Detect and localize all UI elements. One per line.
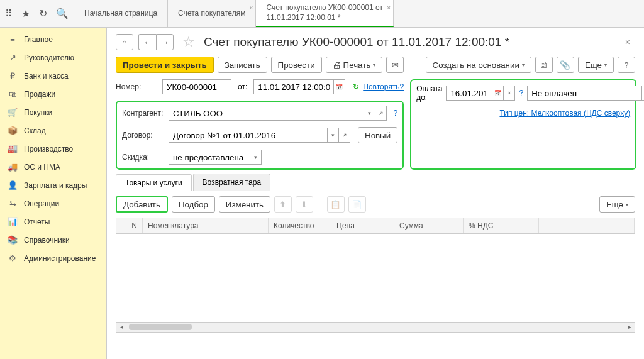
price-type-link[interactable]: Тип цен: Мелкооптовая (НДС сверху) <box>499 109 630 118</box>
contragent-input[interactable] <box>169 106 364 121</box>
tab-invoices[interactable]: Счета покупателям × <box>168 0 256 27</box>
favorite-icon[interactable]: ☆ <box>182 34 195 50</box>
dropdown-icon[interactable]: ▾ <box>328 128 339 143</box>
move-up-button[interactable]: ⬆ <box>274 196 292 213</box>
calendar-icon[interactable]: 📅 <box>334 79 345 94</box>
sidebar-item-refs[interactable]: 📚Справочники <box>0 231 106 249</box>
tab-goods[interactable]: Товары и услуги <box>116 174 192 191</box>
table-toolbar: Добавить Подбор Изменить ⬆ ⬇ 📋 📄 Еще▾ <box>116 191 635 218</box>
new-contract-button[interactable]: Новый <box>358 127 397 143</box>
sidebar-item-salary[interactable]: 👤Зарплата и кадры <box>0 176 106 194</box>
back-button[interactable]: ← <box>138 34 156 50</box>
col-n[interactable]: N <box>116 218 143 233</box>
help-small-icon[interactable]: ? <box>519 89 523 97</box>
edit-button[interactable]: Изменить <box>219 196 270 213</box>
col-price[interactable]: Цена <box>331 218 394 233</box>
highlighted-fields-box: Контрагент: ▾ ↗ ? Договор: ▾ <box>116 101 404 170</box>
tab-start-page[interactable]: Начальная страница <box>74 0 168 27</box>
pick-button[interactable]: Подбор <box>172 196 215 213</box>
repeat-icon[interactable]: ↻ <box>353 82 359 91</box>
sidebar-item-manager[interactable]: ↗Руководителю <box>0 48 106 67</box>
more-table-button[interactable]: Еще▾ <box>599 196 635 213</box>
help-small-icon[interactable]: ? <box>393 109 397 118</box>
search-icon[interactable]: 🔍 <box>56 8 69 19</box>
scroll-right-icon[interactable]: ▸ <box>625 323 635 331</box>
tab-tare[interactable]: Возвратная тара <box>193 174 271 191</box>
related-button[interactable]: 🖹 <box>535 57 553 73</box>
sidebar-item-assets[interactable]: 🚚ОС и НМА <box>0 158 106 176</box>
caret-icon: ▾ <box>626 202 628 207</box>
sidebar-item-production[interactable]: 🏭Производство <box>0 140 106 158</box>
tabs-bar: Начальная страница Счета покупателям × С… <box>74 0 394 27</box>
add-row-button[interactable]: Добавить <box>116 196 168 213</box>
move-down-button[interactable]: ⬇ <box>296 196 313 213</box>
tab-invoice-current[interactable]: Счет покупателю УК00-000001 от 11.01.201… <box>256 0 394 27</box>
contract-input-group: ▾ ↗ <box>169 128 350 143</box>
email-button[interactable]: ✉ <box>386 57 404 73</box>
discount-input[interactable] <box>169 150 250 165</box>
close-icon[interactable]: × <box>250 4 253 12</box>
apps-icon[interactable]: ⠿ <box>5 8 13 19</box>
contragent-input-group: ▾ ↗ <box>169 106 387 121</box>
col-spacer <box>539 218 635 233</box>
print-label: Печать <box>343 60 371 70</box>
close-icon[interactable]: × <box>387 4 391 12</box>
dropdown-icon[interactable]: ▾ <box>250 150 262 165</box>
discount-row: Скидка: ▾ <box>122 150 397 165</box>
create-based-label: Создать на основании <box>433 60 519 70</box>
number-row: Номер: от: 📅 ↻ Повторять? <box>116 79 404 94</box>
sidebar-item-warehouse[interactable]: 📦Склад <box>0 121 106 140</box>
dropdown-icon[interactable]: ▾ <box>364 106 375 121</box>
contract-label: Договор: <box>122 131 165 140</box>
scroll-left-icon[interactable]: ◂ <box>116 323 126 331</box>
clear-icon[interactable]: × <box>504 86 515 101</box>
pay-date-input[interactable] <box>446 86 492 101</box>
scroll-thumb[interactable] <box>129 324 192 330</box>
open-ref-icon[interactable]: ↗ <box>339 128 350 143</box>
sidebar-item-admin[interactable]: ⚙Администрирование <box>0 249 106 267</box>
title-row: ⌂ ← → ☆ Счет покупателю УК00-000001 от 1… <box>116 34 635 50</box>
horizontal-scrollbar[interactable]: ◂ ▸ <box>116 323 635 333</box>
calendar-icon[interactable]: 📅 <box>492 86 504 101</box>
contract-input[interactable] <box>169 128 328 143</box>
paste-button[interactable]: 📄 <box>348 196 366 213</box>
col-nomenclature[interactable]: Номенклатура <box>143 218 269 233</box>
home-button[interactable]: ⌂ <box>116 34 133 50</box>
post-and-close-button[interactable]: Провести и закрыть <box>116 57 214 73</box>
close-document-button[interactable]: × <box>620 35 635 50</box>
sidebar-item-bank[interactable]: ₽Банк и касса <box>0 67 106 85</box>
pay-until-label: Оплата до: <box>416 84 442 102</box>
sidebar-item-main[interactable]: ≡Главное <box>0 30 106 48</box>
date-input[interactable] <box>253 79 334 94</box>
grid-body[interactable] <box>116 234 635 322</box>
col-quantity[interactable]: Количество <box>269 218 331 233</box>
sidebar-label: Операции <box>24 199 59 208</box>
history-icon[interactable]: ↻ <box>39 8 47 19</box>
star-icon[interactable]: ★ <box>21 8 30 19</box>
sidebar-item-reports[interactable]: 📊Отчеты <box>0 213 106 231</box>
copy-button[interactable]: 📋 <box>327 196 345 213</box>
caret-icon: ▾ <box>604 62 607 68</box>
help-button[interactable]: ? <box>618 57 635 73</box>
forward-button[interactable]: → <box>156 34 174 50</box>
attach-button[interactable]: 📎 <box>557 57 574 73</box>
col-sum[interactable]: Сумма <box>394 218 464 233</box>
sidebar-label: Производство <box>24 145 73 153</box>
pay-status-input[interactable] <box>527 86 642 101</box>
bag-icon: 🛍 <box>8 89 18 99</box>
number-input[interactable] <box>162 79 231 94</box>
col-vat[interactable]: % НДС <box>464 218 539 233</box>
save-button[interactable]: Записать <box>218 57 267 73</box>
create-based-button[interactable]: Создать на основании▾ <box>426 57 531 73</box>
print-button[interactable]: 🖨Печать▾ <box>326 57 383 73</box>
from-label: от: <box>238 82 247 91</box>
repeat-link[interactable]: Повторять? <box>363 82 404 91</box>
sidebar-item-sales[interactable]: 🛍Продажи <box>0 85 106 103</box>
open-ref-icon[interactable]: ↗ <box>375 106 387 121</box>
sidebar-label: Главное <box>24 35 53 44</box>
more-button[interactable]: Еще▾ <box>578 57 614 73</box>
sidebar-item-purchases[interactable]: 🛒Покупки <box>0 103 106 121</box>
discount-label: Скидка: <box>122 153 165 162</box>
sidebar-item-operations[interactable]: ⇆Операции <box>0 194 106 213</box>
post-button[interactable]: Провести <box>271 57 322 73</box>
